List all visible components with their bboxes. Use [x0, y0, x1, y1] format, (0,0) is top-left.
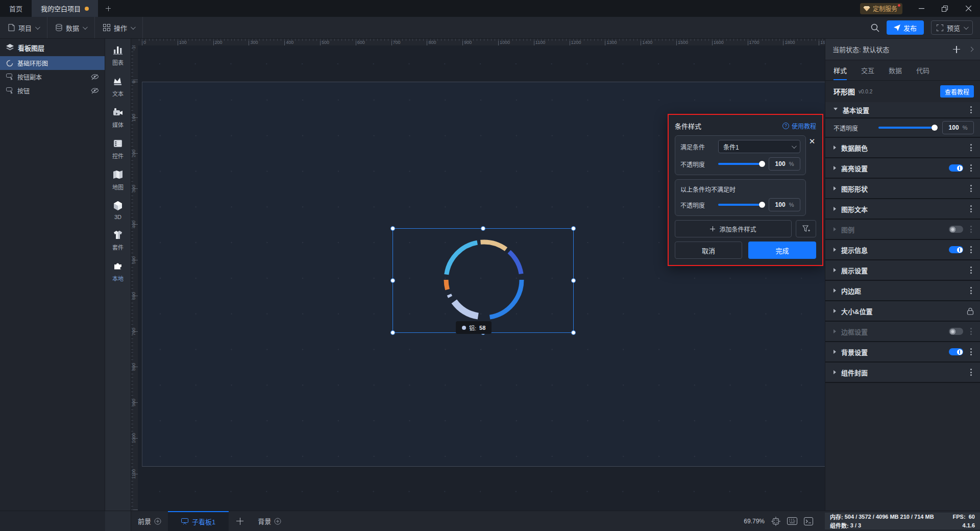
- canvas[interactable]: 0100200300400500600700800900100011001200…: [131, 39, 825, 511]
- tab-interaction[interactable]: 交互: [861, 60, 874, 80]
- settings-section[interactable]: 图形形状: [825, 179, 980, 199]
- resize-handle-nw[interactable]: [390, 226, 395, 231]
- settings-section[interactable]: 内边距: [825, 281, 980, 301]
- tab-style[interactable]: 样式: [834, 60, 847, 80]
- opacity-input[interactable]: 100%: [769, 157, 800, 171]
- caret-right-icon[interactable]: [834, 227, 836, 231]
- restore-button[interactable]: [933, 0, 957, 17]
- caret-right-icon[interactable]: [834, 207, 836, 211]
- settings-section[interactable]: 基本设置: [825, 102, 980, 118]
- caret-right-icon[interactable]: [834, 288, 836, 293]
- settings-section[interactable]: 背景设置: [825, 342, 980, 363]
- caret-right-icon[interactable]: [834, 146, 836, 150]
- toggle-on[interactable]: [949, 246, 963, 253]
- resize-handle-sw[interactable]: [390, 330, 395, 335]
- strip-item-kit[interactable]: 套件: [105, 230, 131, 251]
- caret-right-icon[interactable]: [834, 186, 836, 190]
- menu-project[interactable]: 项目: [0, 17, 47, 38]
- settings-section[interactable]: 大小&位置: [825, 301, 980, 322]
- section-menu-icon[interactable]: [968, 348, 974, 355]
- section-menu-icon[interactable]: [968, 164, 974, 172]
- section-menu-icon[interactable]: [968, 205, 974, 212]
- add-condition-button[interactable]: 添加条件样式: [675, 220, 792, 237]
- chevron-right-icon[interactable]: [969, 47, 974, 52]
- resize-handle-e[interactable]: [571, 278, 576, 283]
- tab-project[interactable]: 我的空白项目: [32, 0, 98, 17]
- settings-section[interactable]: 组件封面: [825, 363, 980, 383]
- resize-handle-se[interactable]: [571, 330, 576, 335]
- caret-right-icon[interactable]: [834, 370, 836, 374]
- opacity-input[interactable]: 100%: [942, 121, 974, 134]
- publish-button[interactable]: 发布: [887, 20, 924, 35]
- section-menu-icon[interactable]: [968, 267, 974, 274]
- strip-item-text[interactable]: 文本: [105, 76, 131, 98]
- slider-knob[interactable]: [932, 125, 938, 131]
- strip-item-chart[interactable]: 图表: [105, 45, 131, 66]
- fallback-opacity-slider[interactable]: [718, 202, 765, 208]
- slider-knob[interactable]: [759, 202, 765, 208]
- section-menu-icon[interactable]: [968, 246, 974, 253]
- slider-knob[interactable]: [759, 161, 765, 167]
- shortcut-keys-button[interactable]: [787, 517, 797, 525]
- remove-condition-icon[interactable]: ✕: [807, 137, 817, 146]
- filter-add-button[interactable]: [796, 220, 816, 237]
- caret-right-icon[interactable]: [834, 329, 836, 333]
- strip-item-map[interactable]: 地图: [105, 170, 131, 191]
- opacity-slider[interactable]: [878, 125, 937, 131]
- view-tutorial-button[interactable]: 查看教程: [940, 85, 974, 98]
- section-menu-icon[interactable]: [968, 144, 974, 151]
- done-button[interactable]: 完成: [748, 242, 816, 259]
- section-menu-icon[interactable]: [968, 369, 974, 376]
- settings-section[interactable]: 提示信息: [825, 240, 980, 260]
- add-state-button[interactable]: [953, 46, 960, 53]
- new-tab-button[interactable]: [98, 0, 118, 17]
- caret-right-icon[interactable]: [834, 309, 836, 313]
- caret-right-icon[interactable]: [834, 350, 836, 354]
- settings-section[interactable]: 图例: [825, 220, 980, 240]
- settings-section[interactable]: 高亮设置: [825, 158, 980, 179]
- settings-section[interactable]: 边框设置: [825, 322, 980, 342]
- condition-select[interactable]: 条件1: [718, 140, 800, 153]
- tab-data[interactable]: 数据: [889, 60, 902, 80]
- resize-handle-n[interactable]: [481, 226, 485, 231]
- menu-operations[interactable]: 操作: [95, 17, 143, 38]
- toggle-on[interactable]: [949, 164, 963, 172]
- strip-item-cube[interactable]: 3D: [105, 201, 131, 220]
- settings-section[interactable]: 图形文本: [825, 199, 980, 220]
- eye-hidden-icon[interactable]: [91, 88, 99, 94]
- resize-handle-ne[interactable]: [571, 226, 576, 231]
- preview-button[interactable]: 预览: [931, 20, 973, 35]
- add-board-button[interactable]: [229, 511, 251, 531]
- tab-home[interactable]: 首页: [0, 0, 32, 17]
- strip-item-widget[interactable]: 控件: [105, 138, 131, 160]
- lock-icon[interactable]: [967, 307, 974, 315]
- caret-right-icon[interactable]: [834, 166, 836, 170]
- cancel-button[interactable]: 取消: [675, 242, 742, 259]
- section-menu-icon[interactable]: [968, 185, 974, 192]
- layer-item[interactable]: 按钮副本: [0, 70, 105, 84]
- settings-section[interactable]: 展示设置: [825, 260, 980, 281]
- selection-box[interactable]: [393, 228, 574, 333]
- foreground-button[interactable]: 前景: [131, 511, 168, 531]
- caret-right-icon[interactable]: [834, 248, 836, 252]
- menu-data[interactable]: 数据: [47, 17, 95, 38]
- add-circle-icon[interactable]: [154, 518, 161, 525]
- search-icon[interactable]: [871, 23, 879, 32]
- layer-item[interactable]: 按钮: [0, 84, 105, 98]
- caret-down-icon[interactable]: [834, 108, 838, 112]
- console-button[interactable]: [804, 517, 813, 525]
- layer-item[interactable]: 基础环形图: [0, 56, 105, 70]
- strip-item-local[interactable]: 本地: [105, 261, 131, 282]
- fit-screen-button[interactable]: [771, 517, 780, 526]
- caret-right-icon[interactable]: [834, 268, 836, 272]
- section-menu-icon[interactable]: [968, 287, 974, 294]
- close-button[interactable]: [957, 0, 980, 17]
- minimize-button[interactable]: [910, 0, 933, 17]
- section-menu-icon[interactable]: [968, 106, 974, 113]
- fallback-opacity-input[interactable]: 100%: [769, 198, 800, 211]
- tutorial-link[interactable]: ? 使用教程: [782, 122, 816, 130]
- toggle-on[interactable]: [949, 348, 963, 355]
- zoom-level[interactable]: 69.79%: [744, 518, 765, 525]
- toggle-off[interactable]: [949, 328, 963, 335]
- background-button[interactable]: 背景: [251, 511, 288, 531]
